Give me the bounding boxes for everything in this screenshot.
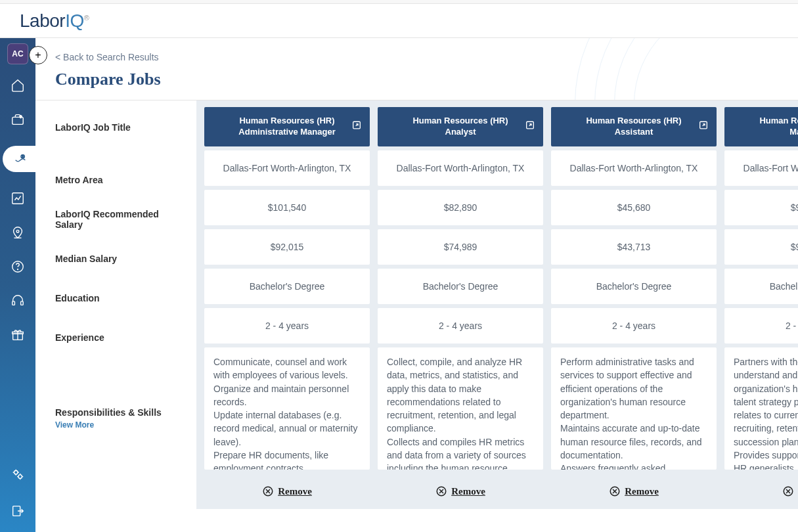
- job-title-text: Human Resources (HR) Analyst: [404, 116, 517, 138]
- remove-button[interactable]: Remove: [551, 474, 717, 502]
- job-column: Human Resources (HR) ManagerDallas-Fort …: [724, 107, 798, 502]
- cell-responsibilities: Collect, compile, and analyze HR data, m…: [378, 347, 543, 470]
- settings-icon[interactable]: [10, 466, 26, 482]
- label-resp-text: Responsibilities & Skills: [55, 407, 177, 418]
- job-title-text: Human Resources (HR) Assistant: [577, 116, 690, 138]
- remove-button[interactable]: Remove: [378, 474, 543, 502]
- label-job-title: LaborIQ Job Title: [35, 100, 196, 154]
- cell-education: Bachelor's Degree: [204, 269, 370, 304]
- remove-button[interactable]: Remove: [204, 474, 370, 502]
- view-more-link[interactable]: View More: [55, 420, 177, 430]
- cell-metro: Dallas-Fort Worth-Arlington, TX: [724, 150, 798, 186]
- page-title: Compare Jobs: [55, 70, 778, 89]
- logo-text-2: IQ: [65, 11, 84, 31]
- cell-median-salary: $43,713: [551, 229, 717, 265]
- sidebar-nav: AC $ $: [0, 38, 35, 532]
- svg-text:$: $: [20, 116, 22, 118]
- labels-column: LaborIQ Job Title Metro Area LaborIQ Rec…: [35, 100, 196, 509]
- back-link[interactable]: < Back to Search Results: [55, 52, 159, 62]
- job-column: Human Resources (HR) AnalystDallas-Fort …: [378, 107, 543, 502]
- cell-responsibilities: Partners with the leadership to understa…: [724, 347, 798, 470]
- svg-point-6: [16, 230, 19, 233]
- cell-rec-salary: $82,890: [378, 190, 543, 225]
- svg-rect-9: [12, 301, 15, 305]
- cell-experience: 2 - 4 years: [378, 308, 543, 344]
- svg-point-13: [14, 471, 18, 475]
- app-header: LaborIQ®: [0, 4, 798, 38]
- label-education: Education: [35, 278, 196, 318]
- svg-rect-0: [12, 117, 24, 124]
- cell-education: Bachelor's Degree: [551, 269, 717, 304]
- remove-button[interactable]: Remove: [724, 474, 798, 502]
- cell-experience: 2 - 4 years: [551, 308, 717, 344]
- home-icon[interactable]: [10, 78, 26, 93]
- avatar[interactable]: AC: [7, 43, 28, 64]
- job-title-text: Human Resources (HR) Manager: [751, 116, 798, 138]
- cell-responsibilities: Perform administrative tasks and service…: [551, 347, 717, 470]
- svg-rect-10: [21, 301, 24, 305]
- open-job-icon[interactable]: [351, 120, 362, 134]
- cell-education: Bachelor's Degree: [378, 269, 543, 304]
- svg-point-8: [18, 269, 18, 270]
- cell-metro: Dallas-Fort Worth-Arlington, TX: [204, 150, 370, 186]
- location-icon[interactable]: [10, 225, 26, 240]
- cell-responsibilities: Communicate, counsel and work with emplo…: [204, 347, 370, 470]
- chart-icon[interactable]: [10, 190, 26, 206]
- label-rec-salary: LaborIQ Recommended Salary: [35, 200, 196, 239]
- cell-rec-salary: $45,680: [551, 190, 717, 225]
- job-header: Human Resources (HR) Manager: [724, 107, 798, 146]
- label-metro: Metro Area: [35, 160, 196, 200]
- briefcase-icon[interactable]: $: [10, 112, 26, 127]
- sidebar-expand-button[interactable]: +: [29, 46, 47, 64]
- label-median-salary: Median Salary: [35, 239, 196, 278]
- cell-experience: 2 - 4 years: [724, 308, 798, 344]
- job-header: Human Resources (HR) Analyst: [378, 107, 543, 146]
- cell-median-salary: $91,048: [724, 229, 798, 265]
- logo-text-1: Labor: [20, 11, 65, 31]
- cell-rec-salary: $99,994: [724, 190, 798, 225]
- job-title-text: Human Resources (HR) Administrative Mana…: [231, 116, 344, 138]
- job-column: Human Resources (HR) Administrative Mana…: [204, 107, 370, 502]
- logo: LaborIQ®: [20, 11, 89, 32]
- gift-icon[interactable]: [10, 327, 26, 343]
- label-experience: Experience: [35, 318, 196, 357]
- open-job-icon[interactable]: [698, 120, 709, 134]
- logo-reg: ®: [84, 13, 89, 21]
- cell-median-salary: $92,015: [204, 229, 370, 265]
- logout-icon[interactable]: [10, 503, 26, 519]
- cell-rec-salary: $101,540: [204, 190, 370, 225]
- job-header: Human Resources (HR) Assistant: [551, 107, 717, 146]
- job-column: Human Resources (HR) AssistantDallas-For…: [551, 107, 717, 502]
- salary-icon[interactable]: $: [3, 146, 38, 172]
- cell-metro: Dallas-Fort Worth-Arlington, TX: [378, 150, 543, 186]
- label-responsibilities: Responsibilities & Skills View More: [35, 357, 196, 479]
- headset-icon[interactable]: [10, 293, 26, 309]
- cell-median-salary: $74,989: [378, 229, 543, 265]
- cell-experience: 2 - 4 years: [204, 308, 370, 344]
- cell-metro: Dallas-Fort Worth-Arlington, TX: [551, 150, 717, 186]
- svg-point-14: [18, 475, 22, 479]
- open-job-icon[interactable]: [525, 120, 535, 134]
- cell-education: Bachelor's Degree: [724, 269, 798, 304]
- job-header: Human Resources (HR) Administrative Mana…: [204, 107, 370, 146]
- help-icon[interactable]: [10, 259, 26, 275]
